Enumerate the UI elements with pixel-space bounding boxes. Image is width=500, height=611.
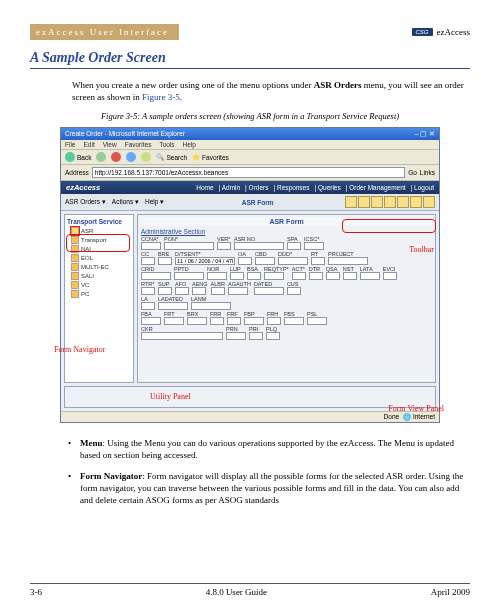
- field-input[interactable]: [238, 257, 252, 265]
- field-input[interactable]: [278, 257, 308, 265]
- field-input[interactable]: [158, 287, 172, 295]
- ie-menu-item[interactable]: Tools: [159, 141, 174, 148]
- tool-icon[interactable]: [371, 196, 383, 208]
- ie-menu[interactable]: FileEditViewFavoritesToolsHelp: [61, 140, 439, 150]
- field-input[interactable]: [211, 287, 225, 295]
- field-input[interactable]: [141, 242, 161, 250]
- field-input[interactable]: [328, 257, 368, 265]
- field-input[interactable]: [164, 317, 184, 325]
- figure-link[interactable]: Figure 3-5: [142, 92, 180, 102]
- field-input[interactable]: [264, 272, 284, 280]
- field-input[interactable]: [284, 317, 304, 325]
- tree-item[interactable]: VC: [71, 281, 131, 289]
- field-input[interactable]: [360, 272, 380, 280]
- ie-menu-item[interactable]: File: [65, 141, 75, 148]
- tool-icon[interactable]: [384, 196, 396, 208]
- subbar-menus[interactable]: ASR Orders ▾Actions ▾Help ▾: [65, 198, 170, 206]
- field-input[interactable]: [187, 317, 207, 325]
- nav-item[interactable]: | Admin: [219, 184, 241, 191]
- app-nav[interactable]: Home| Admin| Orders| Responses| Queries|…: [191, 183, 434, 192]
- field-input[interactable]: [309, 272, 323, 280]
- tree-item[interactable]: Transport: [71, 236, 131, 244]
- address-input[interactable]: [92, 167, 405, 178]
- favorites-button[interactable]: ⭐Favorites: [192, 153, 229, 161]
- field-input[interactable]: [304, 242, 324, 250]
- field-input[interactable]: [158, 257, 172, 265]
- nav-item[interactable]: | Responses: [273, 184, 309, 191]
- forward-icon[interactable]: [96, 152, 106, 162]
- field-input[interactable]: [174, 272, 204, 280]
- ie-menu-item[interactable]: View: [103, 141, 117, 148]
- field-input[interactable]: [266, 332, 280, 340]
- nav-item[interactable]: Home: [196, 184, 213, 191]
- field-input[interactable]: [311, 257, 325, 265]
- field-input[interactable]: [175, 257, 235, 265]
- nav-item[interactable]: | Orders: [245, 184, 268, 191]
- field-input[interactable]: [164, 242, 214, 250]
- field-input[interactable]: [227, 317, 241, 325]
- nav-item[interactable]: | Order Management: [346, 184, 406, 191]
- field-input[interactable]: [267, 317, 281, 325]
- field-input[interactable]: [207, 272, 227, 280]
- tool-icon[interactable]: [423, 196, 435, 208]
- back-button[interactable]: Back: [65, 152, 91, 162]
- field-input[interactable]: [326, 272, 340, 280]
- field-input[interactable]: [210, 317, 224, 325]
- field-input[interactable]: [217, 242, 231, 250]
- field-input[interactable]: [230, 272, 244, 280]
- links-label[interactable]: Links: [420, 169, 435, 176]
- field-input[interactable]: [228, 287, 248, 295]
- field-input[interactable]: [191, 302, 231, 310]
- nav-item[interactable]: | Queries: [314, 184, 340, 191]
- tree-item[interactable]: NAI: [71, 245, 131, 253]
- subbar-item[interactable]: Actions ▾: [112, 198, 139, 205]
- ie-menu-item[interactable]: Help: [183, 141, 196, 148]
- tree-item[interactable]: MULTI-EC: [71, 263, 131, 271]
- tree-item[interactable]: ASR: [71, 227, 131, 235]
- field-input[interactable]: [158, 302, 188, 310]
- refresh-icon[interactable]: [126, 152, 136, 162]
- nav-item[interactable]: | Logout: [411, 184, 434, 191]
- ie-toolbar[interactable]: Back 🔍Search ⭐Favorites: [61, 150, 439, 165]
- field-input[interactable]: [244, 317, 264, 325]
- form-toolbar[interactable]: [345, 196, 435, 208]
- field-input[interactable]: [141, 332, 223, 340]
- field-input[interactable]: [192, 287, 206, 295]
- tree-item[interactable]: SALI: [71, 272, 131, 280]
- field-input[interactable]: [234, 242, 284, 250]
- ie-menu-item[interactable]: Favorites: [125, 141, 152, 148]
- field-input[interactable]: [141, 257, 155, 265]
- tool-icon[interactable]: [410, 196, 422, 208]
- ie-menu-item[interactable]: Edit: [83, 141, 94, 148]
- field-input[interactable]: [287, 287, 301, 295]
- tree-item[interactable]: EOL: [71, 254, 131, 262]
- tool-icon[interactable]: [345, 196, 357, 208]
- field-input[interactable]: [254, 287, 284, 295]
- tree-item[interactable]: PC: [71, 290, 131, 298]
- field-input[interactable]: [307, 317, 327, 325]
- window-controls[interactable]: – ▢ ✕: [415, 130, 435, 138]
- field-input[interactable]: [141, 272, 171, 280]
- field-input[interactable]: [287, 242, 301, 250]
- field-input[interactable]: [249, 332, 263, 340]
- field-input[interactable]: [141, 287, 155, 295]
- home-icon[interactable]: [141, 152, 151, 162]
- field-input[interactable]: [141, 317, 161, 325]
- field-input[interactable]: [141, 302, 155, 310]
- form-tab[interactable]: ASR Form: [242, 199, 274, 206]
- field-input[interactable]: [343, 272, 357, 280]
- tool-icon[interactable]: [358, 196, 370, 208]
- field-input[interactable]: [255, 257, 275, 265]
- tool-icon[interactable]: [397, 196, 409, 208]
- field-input[interactable]: [247, 272, 261, 280]
- go-button[interactable]: Go: [408, 169, 417, 176]
- subbar-item[interactable]: Help ▾: [145, 198, 164, 205]
- stop-icon[interactable]: [111, 152, 121, 162]
- form-tree[interactable]: Transport Service ASRTransportNAIEOLMULT…: [64, 214, 134, 383]
- field-input[interactable]: [226, 332, 246, 340]
- subbar-item[interactable]: ASR Orders ▾: [65, 198, 106, 205]
- field-input[interactable]: [383, 272, 397, 280]
- field-input[interactable]: [292, 272, 306, 280]
- search-button[interactable]: 🔍Search: [156, 153, 187, 161]
- field-input[interactable]: [175, 287, 189, 295]
